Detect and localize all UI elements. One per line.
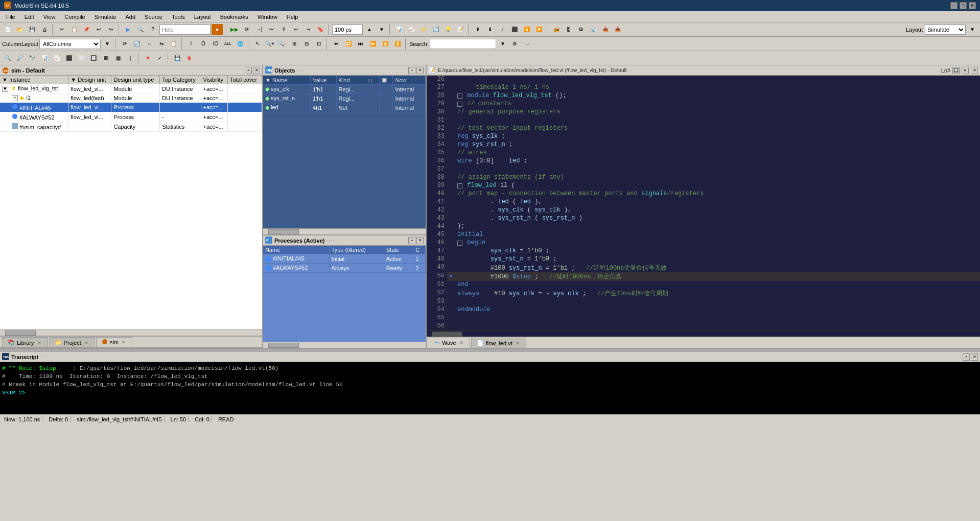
editor-now-btn[interactable]: N	[962, 67, 969, 74]
help-go-button[interactable]: ●	[212, 24, 223, 35]
tb2-btn-k[interactable]: ⊟	[301, 38, 312, 50]
processes-maximize[interactable]: +	[408, 237, 415, 244]
tb-btn-k[interactable]: 🔼	[521, 24, 532, 35]
instance-panel-maximize[interactable]: +	[245, 67, 252, 74]
instance-col-total-cover[interactable]: Total cover	[227, 76, 262, 84]
print-button[interactable]: 🖨	[39, 24, 50, 35]
tab-library[interactable]: 📚 Library ✕	[2, 337, 48, 347]
proc-col-type[interactable]: Type (filtered)	[329, 246, 384, 254]
copy-button[interactable]: 📋	[68, 24, 80, 35]
objects-close[interactable]: ✕	[416, 67, 424, 74]
editor-scrollbar-thumb[interactable]	[432, 331, 462, 337]
sim-start-button[interactable]: ▶▶	[229, 24, 240, 35]
tb2-btn-o[interactable]: ⏭	[355, 38, 366, 50]
tb3-btn-x[interactable]: ✕	[142, 53, 153, 64]
tab-close-project[interactable]: ✕	[83, 340, 89, 346]
editor-hscrollbar[interactable]	[427, 330, 980, 337]
compile-button[interactable]: ▶	[123, 24, 134, 35]
menu-help[interactable]: Help	[283, 13, 302, 21]
tb3-btn-f[interactable]: 🔳	[100, 53, 111, 64]
tb3-zoom-out[interactable]: 🔭	[27, 53, 38, 64]
tb-btn-f[interactable]: 📝	[455, 24, 466, 35]
editor-maximize[interactable]: 🔲	[952, 67, 960, 74]
help-input[interactable]	[159, 25, 211, 35]
tb2-btn-a[interactable]: ⟳	[119, 38, 130, 50]
search-next-btn[interactable]: →	[522, 38, 533, 50]
tb3-btn-c[interactable]: ⬛	[63, 53, 75, 64]
tab-close-flow[interactable]: ✕	[515, 340, 521, 346]
wave-btn1[interactable]: 〜	[266, 24, 277, 35]
menu-edit[interactable]: Edit	[20, 13, 38, 21]
tab-wave[interactable]: 〜 Wave ✕	[429, 338, 470, 348]
new-button[interactable]: 📄	[2, 24, 13, 35]
proc-col-c[interactable]: C	[413, 246, 426, 254]
tb-btn-l[interactable]: 🔽	[533, 24, 545, 35]
paste-button[interactable]: 📌	[81, 24, 92, 35]
expand-icon[interactable]: +	[12, 95, 18, 101]
tab-close-library[interactable]: ✕	[36, 340, 42, 346]
menu-view[interactable]: View	[39, 13, 60, 21]
menu-window[interactable]: Window	[253, 13, 282, 21]
tb-btn-h[interactable]: ⬇	[484, 24, 496, 35]
tb3-save-btn[interactable]: 💾	[172, 53, 183, 64]
tb-btn-d[interactable]: 🔄	[430, 24, 441, 35]
time-down-btn[interactable]: ▼	[376, 24, 387, 35]
transcript-content[interactable]: # ** Note: $stop : E:/quartus/flow_led/p…	[0, 362, 980, 414]
instance-col-instance[interactable]: ▼ Instance	[0, 76, 68, 84]
tb2-btn-g[interactable]: O	[198, 38, 209, 50]
tb-btn-i[interactable]: ↕	[497, 24, 508, 35]
transcript-maximize[interactable]: +	[963, 353, 970, 361]
instance-scrollbar-thumb[interactable]	[5, 330, 36, 336]
help-tb-button[interactable]: ?	[147, 24, 158, 35]
tb2-btn-l[interactable]: ⊡	[313, 38, 324, 50]
tb-btn-m[interactable]: 📻	[551, 24, 562, 35]
instance-hscrollbar[interactable]	[0, 329, 262, 336]
open-button[interactable]: 📂	[14, 24, 26, 35]
instance-col-visibility[interactable]: Visibility	[201, 76, 227, 84]
tb-btn-r[interactable]: 📥	[612, 24, 623, 35]
table-row[interactable]: ⬤ #INITIAL#45 Initial Active 1	[263, 254, 426, 264]
wave-btn3[interactable]: ⇐	[290, 24, 301, 35]
layout-combo[interactable]: Simulate	[925, 25, 966, 35]
objects-hscrollbar[interactable]	[263, 228, 426, 234]
tb3-zoom-in[interactable]: 🔎	[14, 53, 26, 64]
tb3-btn-g[interactable]: ▦	[112, 53, 124, 64]
find-button[interactable]: 🔍	[135, 24, 146, 35]
tab-sim[interactable]: sim ✕	[96, 337, 132, 347]
col-layout-btn[interactable]: ▼	[102, 38, 113, 50]
time-input[interactable]	[332, 25, 363, 35]
tb2-btn-q[interactable]: ⏫	[380, 38, 391, 50]
menu-simulate[interactable]: Simulate	[90, 13, 121, 21]
processes-close[interactable]: ✕	[416, 237, 424, 244]
vsim-prompt-input[interactable]	[31, 390, 236, 396]
obj-col-kind[interactable]: Kind	[336, 76, 365, 85]
tb-btn-e[interactable]: 💡	[442, 24, 454, 35]
proc-scrollbar-thumb[interactable]	[268, 343, 299, 348]
close-button[interactable]: ✕	[969, 2, 976, 9]
table-row[interactable]: ▼ ▼ flow_led_vlg_tst flow_led_vl... Modu…	[0, 84, 262, 93]
tb2-btn-c[interactable]: ↔	[144, 38, 155, 50]
proc-col-name[interactable]: Name	[263, 246, 329, 254]
tb2-btn-all[interactable]: ALL	[222, 38, 234, 50]
tb-btn-j[interactable]: ⬛	[509, 24, 520, 35]
objects-maximize[interactable]: +	[408, 67, 415, 74]
tb2-btn-d[interactable]: ⇆	[156, 38, 167, 50]
tb2-btn-zoom-in[interactable]: 🔍+	[264, 38, 275, 50]
instance-col-design-unit[interactable]: ▼ Design unit	[68, 76, 111, 84]
tb2-btn-i[interactable]: 🌐	[235, 38, 246, 50]
undo-button[interactable]: ↩	[93, 24, 104, 35]
instance-col-top-cat[interactable]: Top Category	[160, 76, 201, 84]
tb2-btn-m[interactable]: ⬅	[331, 38, 342, 50]
tb-btn-o[interactable]: 🖥	[575, 24, 587, 35]
column-layout-combo[interactable]: AllColumns	[39, 39, 101, 49]
objects-scrollbar-thumb[interactable]	[268, 229, 299, 234]
editor-close[interactable]: ✕	[971, 67, 978, 74]
tb-btn-p[interactable]: 📡	[588, 24, 599, 35]
obj-col-now[interactable]: Now	[393, 76, 426, 85]
minimize-button[interactable]: ─	[950, 2, 958, 9]
menu-source[interactable]: Source	[141, 13, 167, 21]
menu-layout[interactable]: Layout	[190, 13, 215, 21]
table-row[interactable]: ◆ led 4h1 Net Internal	[263, 103, 426, 112]
instance-col-du-type[interactable]: Design unit type	[111, 76, 160, 84]
table-row[interactable]: #vsim_capacity# Capacity Statistics +acc…	[0, 122, 262, 132]
